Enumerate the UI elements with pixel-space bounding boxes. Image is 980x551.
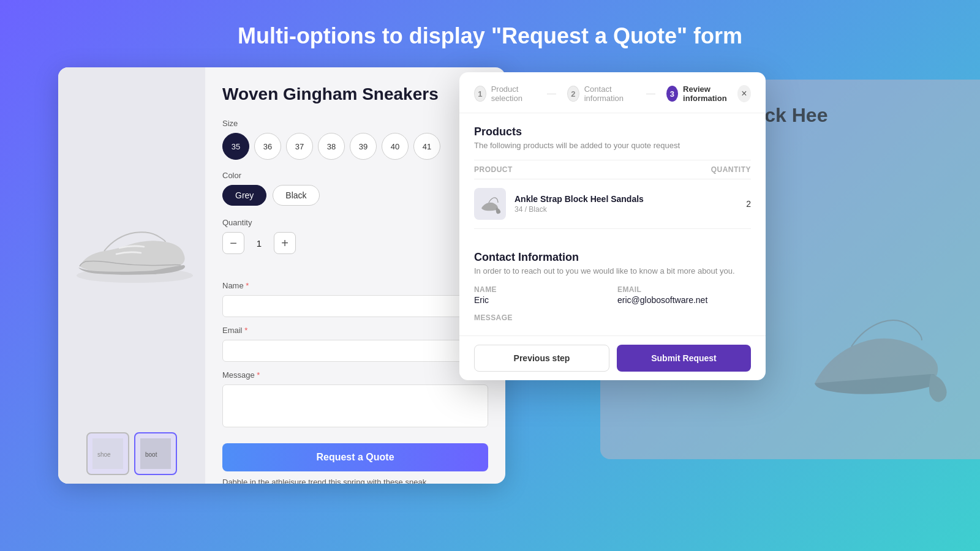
contact-section: Contact Information In order to to reach… [474,241,751,322]
svg-text:shoe: shoe [97,451,111,458]
modal-close-button[interactable]: × [737,85,751,102]
sneaker-image [67,205,202,297]
step-3-number: 3 [666,86,678,102]
review-modal: 1 Product selection 2 Contact informatio… [459,72,766,380]
contact-message-field: Message [474,313,751,322]
product-row-thumbnail [474,188,506,220]
products-section: Products The following products will be … [474,126,751,229]
close-icon: × [741,88,747,99]
products-section-title: Products [474,126,751,138]
name-form-group: Name * [222,281,488,317]
color-options: Grey Black [222,185,488,206]
message-input[interactable] [222,384,488,427]
message-label: Message * [222,370,488,380]
step-1-number: 1 [474,86,486,102]
step-1: 1 Product selection [474,84,536,103]
step-3: 3 Review information [666,84,737,103]
size-btn-40[interactable]: 40 [382,133,409,160]
quantity-value: 1 [244,238,274,249]
step-2-number: 2 [567,86,579,102]
size-btn-37[interactable]: 37 [286,133,313,160]
page-title-area: Multi-options to display "Request a Quot… [0,0,980,67]
email-input[interactable] [222,340,488,362]
modal-header: 1 Product selection 2 Contact informatio… [459,72,766,113]
product-info: Ankle Strap Block Heel Sandals 34 / Blac… [514,194,737,214]
size-btn-41[interactable]: 41 [413,133,440,160]
product-thumbnail-2[interactable]: boot [134,432,177,475]
size-btn-36[interactable]: 36 [254,133,281,160]
product-item-variant: 34 / Black [514,205,737,214]
step-2-label: Contact information [584,84,635,103]
message-form-group: Message * [222,370,488,430]
modal-body: Products The following products will be … [459,113,766,335]
step-divider-2 [646,94,655,94]
modal-footer: Previous step Submit Request [459,335,766,380]
email-label: Email * [222,326,488,335]
email-form-group: Email * [222,326,488,362]
contact-email-label: Email [617,285,751,294]
contact-email-value: eric@globosoftware.net [617,295,751,305]
product-item-name: Ankle Strap Block Heel Sandals [514,194,737,204]
products-section-subtitle: The following products will be added to … [474,141,751,150]
quantity-label: Quantity [222,218,488,227]
name-input[interactable] [222,295,488,317]
product-col-header: Product [474,165,513,174]
contact-name-field: Name Eric [474,285,608,305]
size-options: 35 36 37 38 39 40 41 [222,133,488,160]
previous-step-button[interactable]: Previous step [474,345,609,372]
name-label: Name * [222,281,488,290]
size-label: Size [222,119,488,128]
products-table: Product Quantity [474,160,751,229]
color-label: Color [222,171,488,180]
step-divider-1 [547,94,556,94]
contact-name-label: Name [474,285,608,294]
contact-email-field: Email eric@globosoftware.net [617,285,751,305]
panels-area: shoe boot Woven Gingham Sneakers Size 35… [0,67,980,508]
product-item-quantity: 2 [746,199,751,209]
product-name: Woven Gingham Sneakers [222,84,488,104]
contact-section-title: Contact Information [474,251,751,264]
contact-name-value: Eric [474,295,608,305]
left-product-card: shoe boot Woven Gingham Sneakers Size 35… [58,67,505,484]
product-thumbnail-1[interactable]: shoe [86,432,129,475]
page-title: Multi-options to display "Request a Quot… [0,23,980,49]
color-btn-grey[interactable]: Grey [222,185,266,206]
contact-section-subtitle: In order to to reach out to you we would… [474,266,751,276]
size-btn-39[interactable]: 39 [350,133,377,160]
table-header: Product Quantity [474,160,751,179]
request-quote-button[interactable]: Request a Quote [222,443,488,471]
quantity-decrease-button[interactable]: − [222,232,244,254]
submit-request-button[interactable]: Submit Request [617,345,751,372]
contact-grid: Name Eric Email eric@globosoftware.net [474,285,751,305]
contact-message-label: Message [474,313,751,322]
step-3-label: Review information [683,84,737,103]
product-description: Dabble in the athleisure trend this spri… [222,476,449,484]
size-btn-38[interactable]: 38 [318,133,345,160]
svg-text:boot: boot [145,451,157,458]
table-row: Ankle Strap Block Heel Sandals 34 / Blac… [474,179,751,229]
step-1-label: Product selection [491,84,536,103]
quantity-col-header: Quantity [711,165,751,174]
size-btn-35[interactable]: 35 [222,133,249,160]
step-2: 2 Contact information [567,84,635,103]
quantity-row: − 1 + [222,232,488,254]
steps-row: 1 Product selection 2 Contact informatio… [474,84,737,103]
shoe-icon [478,192,502,216]
quantity-increase-button[interactable]: + [274,232,296,254]
color-btn-black[interactable]: Black [273,185,319,206]
